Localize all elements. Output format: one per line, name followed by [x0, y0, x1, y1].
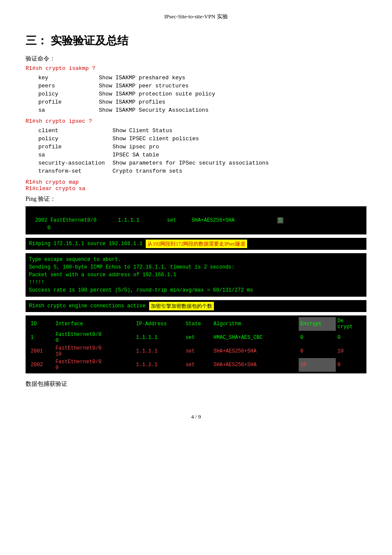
engine-annotation: 加密引擎加密数据包的个数 — [149, 302, 214, 310]
connection-row: 2001 FastEthernet0/010 1.1.1.1 set SHA+A… — [29, 344, 363, 358]
col-interface: Interface — [54, 317, 134, 331]
cell-ip: 1.1.1.1 — [134, 344, 184, 358]
ipsec-row: profileShow ipsec pro — [35, 143, 272, 150]
ipsec-value: IPSEC SA table — [109, 151, 272, 159]
connections-block: ID Interface IP-Address State Algorithm … — [26, 315, 366, 373]
cell-decrypt: 0 — [336, 331, 363, 344]
section-heading: 三： 实验验证及总结 — [26, 33, 366, 48]
ipsec-key: client — [35, 127, 108, 134]
ipsec-table: clientShow Client StatuspolicyShow IPSEC… — [34, 126, 273, 176]
cell-ip: 1.1.1.1 — [134, 358, 184, 372]
cell-interface: FastEthernet0/010 — [54, 344, 134, 358]
cell-decrypt: 0 — [336, 358, 363, 372]
cell-interface: FastEthernet0/00 — [54, 331, 134, 344]
ipsec-row: saIPSEC SA table — [35, 151, 272, 159]
isakmp-command: R1#sh crypto isakmp ? — [26, 65, 366, 72]
cell-state: set — [184, 331, 212, 344]
cell-encrypt: 10 — [299, 358, 336, 372]
ping-output: Type escape sequence to abort. Sending 5… — [26, 253, 366, 297]
cell-state: set — [184, 344, 212, 358]
isakmp-value: Show ISAKMP protection suite policy — [95, 90, 219, 98]
isakmp-row: peersShow ISAKMP peer structures — [35, 82, 219, 90]
isakmp-key: sa — [35, 107, 95, 114]
ipsec-row: policyShow IPSEC client policies — [35, 135, 272, 142]
engine-row: R1#sh crypto engine connections active 加… — [26, 300, 366, 312]
map-command: R1#sh crypto map — [26, 179, 366, 185]
ipsec-value: Show Client Status — [109, 127, 272, 134]
cell-ip: 1.1.1.1 — [134, 331, 184, 344]
first-row-num: 5 — [277, 217, 283, 223]
cell-algorithm: SHA+AES256+SHA — [212, 344, 299, 358]
page-title: IPsec-Site-to-site-VPN 实验 — [26, 13, 366, 20]
connections-table: ID Interface IP-Address State Algorithm … — [29, 317, 363, 372]
ping-label: Ping 验证： — [26, 195, 366, 203]
connection-row: 1 FastEthernet0/00 1.1.1.1 set HMAC_SHA+… — [29, 331, 363, 344]
col-algorithm: Algorithm — [212, 317, 299, 331]
ipsec-value: Show parameters for IPSec security assoc… — [109, 159, 272, 167]
capture-label: 数据包捕获验证 — [26, 380, 366, 388]
col-ip: IP-Address — [134, 317, 184, 331]
col-id: ID — [29, 317, 54, 331]
first-row-text: 2002 FastEthernet0/0 1.1.1.1 set SHA+AES… — [29, 217, 283, 231]
col-decrypt: Decrypt — [336, 317, 363, 331]
isakmp-value: Show ISAKMP peer structures — [95, 82, 219, 90]
cell-algorithm: HMAC_SHA+AES_CBC — [212, 331, 299, 344]
cell-encrypt: 0 — [299, 331, 336, 344]
isakmp-row: profileShow ISAKMP profiles — [35, 98, 219, 106]
clear-command: R1#clear crypto sa — [26, 185, 366, 192]
engine-command: R1#sh crypto engine connections active — [29, 302, 146, 310]
isakmp-key: policy — [35, 90, 95, 98]
isakmp-table: keyShow ISAKMP preshared keyspeersShow I… — [34, 73, 219, 115]
page-footer: 4 / 9 — [26, 413, 366, 420]
ipsec-row: transform-setCrypto transform sets — [35, 168, 272, 175]
connection-row: 2002 FastEthernet0/00 1.1.1.1 set SHA+AE… — [29, 358, 363, 372]
ping-annotation: 从192网段到172网段的数据需要走IPsec隧道 — [146, 240, 247, 248]
col-state: State — [184, 317, 212, 331]
cell-id: 1 — [29, 331, 54, 344]
isakmp-row: keyShow ISAKMP preshared keys — [35, 74, 219, 81]
isakmp-key: peers — [35, 82, 95, 90]
cell-id: 2001 — [29, 344, 54, 358]
isakmp-row: policyShow ISAKMP protection suite polic… — [35, 90, 219, 98]
col-encrypt: Encrypt — [299, 317, 336, 331]
isakmp-row: saShow ISAKMP Security Associations — [35, 107, 219, 114]
cell-id: 2002 — [29, 358, 54, 372]
cell-algorithm: SHA+AES256+SHA — [212, 358, 299, 372]
ping-row: R1#ping 172.16.1.1 source 192.168.1.1 从1… — [26, 238, 366, 250]
ipsec-key: profile — [35, 143, 108, 150]
ipsec-row: clientShow Client Status — [35, 127, 272, 134]
cell-decrypt: 10 — [336, 344, 363, 358]
isakmp-value: Show ISAKMP preshared keys — [95, 74, 219, 81]
terminal-first-row: 2002 FastEthernet0/0 1.1.1.1 set SHA+AES… — [26, 206, 366, 234]
cell-encrypt: 0 — [299, 344, 336, 358]
isakmp-key: profile — [35, 98, 95, 106]
isakmp-value: Show ISAKMP profiles — [95, 98, 219, 106]
verify-label: 验证命令： — [26, 55, 366, 63]
ipsec-value: Show ipsec pro — [109, 143, 272, 150]
isakmp-key: key — [35, 74, 95, 81]
cell-state: set — [184, 358, 212, 372]
ipsec-value: Show IPSEC client policies — [109, 135, 272, 142]
isakmp-value: Show ISAKMP Security Associations — [95, 107, 219, 114]
ipsec-key: policy — [35, 135, 108, 142]
ipsec-key: security-association — [35, 159, 108, 167]
cell-interface: FastEthernet0/00 — [54, 358, 134, 372]
ipsec-command: R1#sh crypto ipsec ? — [26, 118, 366, 124]
ipsec-key: sa — [35, 151, 108, 159]
ping-command: R1#ping 172.16.1.1 source 192.168.1.1 — [29, 240, 142, 248]
ipsec-value: Crypto transform sets — [109, 168, 272, 175]
ipsec-key: transform-set — [35, 168, 108, 175]
ipsec-row: security-associationShow parameters for … — [35, 159, 272, 167]
